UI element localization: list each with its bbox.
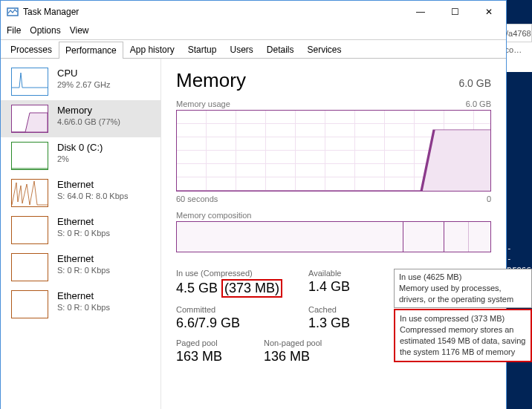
svg-marker-1 bbox=[12, 113, 48, 132]
composition-inuse-segment bbox=[177, 222, 403, 252]
disk-sparkline-icon bbox=[11, 142, 48, 170]
menubar: File Options View bbox=[1, 23, 506, 38]
tab-startup[interactable]: Startup bbox=[181, 41, 224, 58]
composition-label: Memory composition bbox=[176, 211, 491, 220]
tab-app-history[interactable]: App history bbox=[123, 41, 181, 58]
sidebar-item-ethernet-2[interactable]: Ethernet S: 0 R: 0 Kbps bbox=[1, 212, 160, 249]
sidebar-item-sub: S: 0 R: 0 Kbps bbox=[57, 302, 110, 313]
sidebar-item-label: Ethernet bbox=[57, 179, 128, 191]
composition-divider bbox=[444, 222, 444, 252]
committed-value: 6.6/7.9 GB bbox=[176, 315, 288, 331]
sidebar-item-sub: S: 64.0 R: 8.0 Kbps bbox=[57, 191, 128, 201]
cpu-sparkline-icon bbox=[11, 68, 48, 96]
sidebar-item-ethernet-4[interactable]: Ethernet S: 0 R: 0 Kbps bbox=[1, 286, 160, 323]
sidebar-item-cpu[interactable]: CPU 29% 2.67 GHz bbox=[1, 63, 160, 100]
window-title: Task Manager bbox=[23, 7, 403, 17]
paged-label: Paged pool bbox=[176, 338, 243, 347]
sidebar-item-ethernet-1[interactable]: Ethernet S: 64.0 R: 8.0 Kbps bbox=[1, 174, 160, 212]
tooltip-compressed-highlight: In use compressed (373 MB) Compressed me… bbox=[394, 309, 532, 362]
svg-marker-2 bbox=[177, 130, 490, 191]
paged-value: 163 MB bbox=[176, 349, 243, 364]
composition-divider bbox=[468, 222, 469, 252]
cached-value: 1.3 GB bbox=[308, 315, 375, 331]
close-button[interactable]: ✕ bbox=[472, 1, 506, 23]
sidebar-item-sub: S: 0 R: 0 Kbps bbox=[57, 265, 110, 275]
ethernet-sparkline-icon bbox=[11, 179, 48, 207]
nonpaged-label: Non-paged pool bbox=[264, 338, 346, 347]
chart-max: 6.0 GB bbox=[466, 99, 491, 108]
sidebar-item-sub: 2% bbox=[57, 154, 103, 164]
titlebar[interactable]: Task Manager — ☐ ✕ bbox=[1, 1, 506, 23]
detail-total: 6.0 GB bbox=[458, 77, 491, 89]
nonpaged-value: 136 MB bbox=[264, 349, 346, 364]
tab-strip: Processes Performance App history Startu… bbox=[1, 39, 506, 58]
sidebar-item-label: Ethernet bbox=[57, 253, 110, 265]
minimize-button[interactable]: — bbox=[403, 1, 438, 23]
sidebar-item-label: Ethernet bbox=[57, 290, 110, 302]
tab-details[interactable]: Details bbox=[260, 41, 301, 58]
inuse-value: 4.5 GB (373 MB) bbox=[176, 279, 288, 298]
sidebar-item-disk[interactable]: Disk 0 (C:) 2% bbox=[1, 137, 160, 174]
memory-usage-chart[interactable] bbox=[176, 110, 491, 192]
ethernet-sparkline-icon bbox=[11, 290, 48, 318]
tab-services[interactable]: Services bbox=[301, 41, 348, 58]
tab-processes[interactable]: Processes bbox=[4, 41, 59, 58]
menu-file[interactable]: File bbox=[7, 25, 21, 36]
compressed-value-highlight: (373 MB) bbox=[221, 279, 282, 298]
tab-performance[interactable]: Performance bbox=[59, 42, 123, 59]
sidebar-item-sub: S: 0 R: 0 Kbps bbox=[57, 228, 110, 238]
cached-label: Cached bbox=[308, 305, 375, 314]
detail-title: Memory bbox=[176, 69, 246, 92]
tooltip-inuse: In use (4625 MB) Memory used by processe… bbox=[394, 269, 532, 308]
task-manager-icon bbox=[7, 6, 19, 18]
perf-sidebar: CPU 29% 2.67 GHz Memory 4.6/6.0 GB (77%) bbox=[1, 59, 161, 409]
sidebar-item-label: Ethernet bbox=[57, 216, 110, 228]
available-label: Available bbox=[308, 269, 375, 278]
chart-axis-left: 60 seconds bbox=[176, 194, 218, 203]
ethernet-sparkline-icon bbox=[11, 253, 48, 281]
committed-label: Committed bbox=[176, 305, 288, 314]
tab-users[interactable]: Users bbox=[223, 41, 259, 58]
menu-view[interactable]: View bbox=[70, 25, 89, 36]
sidebar-item-ethernet-3[interactable]: Ethernet S: 0 R: 0 Kbps bbox=[1, 249, 160, 286]
memory-sparkline-icon bbox=[11, 105, 48, 133]
sidebar-item-label: CPU bbox=[57, 68, 111, 79]
sidebar-item-label: Disk 0 (C:) bbox=[57, 142, 103, 154]
chart-label: Memory usage bbox=[176, 99, 230, 108]
sidebar-item-label: Memory bbox=[57, 105, 120, 117]
memory-composition-bar[interactable] bbox=[176, 221, 491, 252]
menu-options[interactable]: Options bbox=[30, 25, 60, 36]
maximize-button[interactable]: ☐ bbox=[438, 1, 472, 23]
sidebar-item-sub: 4.6/6.0 GB (77%) bbox=[57, 117, 120, 127]
sidebar-item-memory[interactable]: Memory 4.6/6.0 GB (77%) bbox=[1, 100, 160, 137]
sidebar-item-sub: 29% 2.67 GHz bbox=[57, 79, 111, 90]
inuse-label: In use (Compressed) bbox=[176, 269, 288, 278]
ethernet-sparkline-icon bbox=[11, 216, 48, 244]
chart-axis-right: 0 bbox=[487, 194, 491, 203]
available-value: 1.4 GB bbox=[308, 279, 375, 295]
